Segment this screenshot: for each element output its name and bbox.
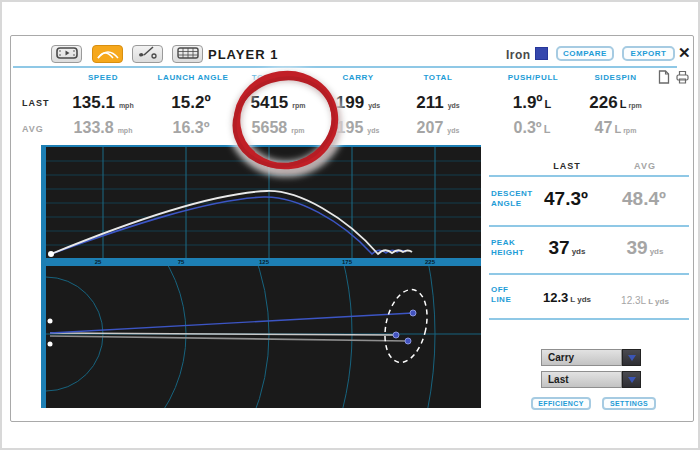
stat-speed-last: 135.1mph [58,93,148,113]
efficiency-button[interactable]: EFFICIENCY [531,397,591,410]
divider [489,273,689,275]
carry-dropdown-arrow[interactable] [622,349,641,366]
total-shot-line [50,336,408,341]
video-icon [56,45,78,63]
descent-angle-last: 47.3º [539,188,595,210]
axis-tick: 25 [88,259,108,265]
stat-carry-last: 199yds [318,93,398,113]
off-line-avg: 12.3LL yds [617,290,673,308]
divider [489,175,689,177]
trajectory-view-button[interactable] [92,45,123,63]
last-total-marker[interactable] [405,338,411,344]
last-dropdown[interactable]: Last [541,371,641,388]
stat-total-avg: 207yds [398,119,478,137]
export-button[interactable]: EXPORT [622,46,675,61]
col-header-sidespin: SIDESPIN [573,73,658,82]
carry-dropdown[interactable]: Carry [541,349,641,366]
axis-tick: 225 [420,259,440,265]
screenshot-frame: PLAYER 1 Iron COMPARE EXPORT ✕ SPEED LAU… [0,0,700,450]
col-header-speed: SPEED [58,73,148,82]
last-row-label: LAST [22,98,50,108]
page-title: PLAYER 1 [208,47,278,62]
distance-axis-bar: 25 75 125 175 225 [41,258,481,266]
axis-tick: 125 [254,259,274,265]
stat-pushpull-avg: 0.3ºL [488,119,578,137]
last-dropdown-arrow[interactable] [622,371,641,388]
stat-spin-avg: 5658rpm [233,119,323,137]
col-header-total: TOTAL [398,73,478,82]
pdf-icon[interactable] [658,70,670,88]
dispersion-top-view-chart [41,266,481,408]
stat-launch-avg: 16.3º [148,119,238,137]
compare-button[interactable]: COMPARE [556,46,614,61]
trajectory-side-view-chart [41,145,481,258]
trajectory-icon [96,45,120,63]
last-shot-line [50,333,396,335]
stat-launch-last: 15.2º [148,93,238,113]
col-header-push-pull: PUSH/PULL [488,73,578,82]
dispersion-svg [46,266,481,408]
toolbar-divider [13,66,677,68]
divider [489,318,689,320]
tee-marker-2 [48,342,53,347]
off-line-last: 12.3L yds [539,288,595,306]
side-panel-last-header: LAST [539,161,595,171]
video-replay-button[interactable] [51,45,82,63]
close-icon[interactable]: ✕ [678,44,691,62]
settings-button[interactable]: SETTINGS [602,397,656,410]
avg-shot-line [50,313,413,333]
trajectory-svg [46,147,481,258]
stat-carry-avg: 195yds [318,119,398,137]
club-color-swatch[interactable] [535,47,548,60]
app-window: PLAYER 1 Iron COMPARE EXPORT ✕ SPEED LAU… [10,35,694,422]
carry-dropdown-value[interactable]: Carry [541,349,622,366]
col-header-launch-angle: LAUNCH ANGLE [148,73,238,82]
tee-marker-1 [48,319,53,324]
avg-landing-marker[interactable] [410,310,416,316]
peak-height-avg: 39yds [617,237,673,259]
last-carry-marker[interactable] [393,332,399,338]
chevron-down-icon [628,377,636,383]
avg-row-label: AVG [22,124,44,134]
stat-speed-avg: 133.8mph [58,119,148,137]
landing-zone-ellipse [379,286,434,367]
chevron-down-icon [628,355,636,361]
last-dropdown-value[interactable]: Last [541,371,622,388]
print-icon[interactable] [675,70,690,88]
data-table-button[interactable] [172,45,203,63]
side-panel-avg-header: AVG [617,161,673,171]
off-line-label: OFF LINE [491,285,511,305]
axis-tick: 175 [337,259,357,265]
stat-spin-last: 5415rpm [233,93,323,113]
stat-sidespin-last: 226Lrpm [573,93,658,113]
axis-tick: 75 [171,259,191,265]
table-icon [177,45,199,63]
club-data-button[interactable] [132,45,163,63]
club-type-label[interactable]: Iron [506,48,531,62]
stat-total-last: 211yds [398,93,478,113]
peak-height-last: 37yds [539,237,595,259]
peak-height-label: PEAK HEIGHT [491,238,524,258]
col-header-total-spin: TOTAL SPIN [233,73,323,82]
stat-sidespin-avg: 47Lrpm [573,119,658,137]
divider [489,225,689,227]
descent-angle-avg: 48.4º [617,188,673,210]
descent-angle-label: DESCENT ANGLE [491,189,533,209]
col-header-carry: CARRY [318,73,398,82]
launch-point-marker [48,251,54,257]
club-icon [137,45,159,63]
stat-pushpull-last: 1.9ºL [488,93,578,113]
